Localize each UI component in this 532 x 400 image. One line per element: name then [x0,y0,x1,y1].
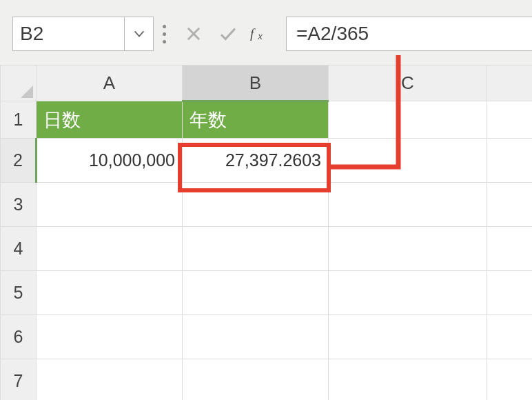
cell-A4[interactable] [37,227,183,271]
col-header-pad [487,66,533,101]
cell-B5[interactable] [183,271,329,315]
name-box-dropdown[interactable] [124,17,153,50]
cell-B7[interactable] [183,359,329,401]
cell-B4[interactable] [183,227,329,271]
row-header-4[interactable]: 4 [1,227,37,271]
col-header-a[interactable]: A [37,66,183,101]
row-7: 7 [1,359,533,401]
row-header-7[interactable]: 7 [1,359,37,401]
svg-text:f: f [250,26,256,41]
cell-C4[interactable] [329,227,487,271]
separator-dots [154,17,174,51]
row-header-2[interactable]: 2 [1,139,37,183]
cell-pad-6 [487,315,533,359]
row-header-5[interactable]: 5 [1,271,37,315]
check-icon [218,23,238,44]
cell-A7[interactable] [37,359,183,401]
cell-C2[interactable] [329,139,487,183]
grid[interactable]: A B C 1 日数 年数 2 10,000,000 27,397.2603 3 [0,65,532,400]
cell-pad-5 [487,271,533,315]
cell-B1[interactable]: 年数 [183,101,329,139]
cell-B3[interactable] [183,183,329,227]
row-header-6[interactable]: 6 [1,315,37,359]
cancel-button[interactable] [181,21,206,46]
select-all-corner[interactable] [1,66,37,101]
spreadsheet: A B C 1 日数 年数 2 10,000,000 27,397.2603 3 [0,65,532,400]
row-header-3[interactable]: 3 [1,183,37,227]
fx-icon: f x [250,23,275,44]
cell-A1[interactable]: 日数 [37,101,183,139]
cell-C5[interactable] [329,271,487,315]
cell-A5[interactable] [37,271,183,315]
row-5: 5 [1,271,533,315]
cell-pad-3 [487,183,533,227]
row-3: 3 [1,183,533,227]
cell-B6[interactable] [183,315,329,359]
cell-A2[interactable]: 10,000,000 [37,139,183,183]
formula-bar-buttons: f x [174,17,282,51]
col-header-c[interactable]: C [329,66,487,101]
row-2: 2 10,000,000 27,397.2603 [1,139,533,183]
name-box-input[interactable]: B2 [13,23,124,45]
formula-bar: B2 f x =A2/365 [0,0,532,65]
row-header-1[interactable]: 1 [1,101,37,139]
row-1: 1 日数 年数 [1,101,533,139]
column-headers-row: A B C [1,66,533,101]
cell-pad-7 [487,359,533,401]
insert-function-button[interactable]: f x [250,21,275,46]
cell-pad-4 [487,227,533,271]
cell-pad-1 [487,101,533,139]
cell-A6[interactable] [37,315,183,359]
cell-C7[interactable] [329,359,487,401]
cell-C3[interactable] [329,183,487,227]
cell-C1[interactable] [329,101,487,139]
chevron-down-icon [132,26,147,41]
cell-C6[interactable] [329,315,487,359]
enter-button[interactable] [216,21,241,46]
cell-B2[interactable]: 27,397.2603 [183,139,329,183]
svg-text:x: x [257,30,263,41]
cell-A3[interactable] [37,183,183,227]
col-header-b[interactable]: B [183,66,329,101]
select-all-triangle-icon [21,86,33,98]
row-6: 6 [1,315,533,359]
formula-text: =A2/365 [296,23,369,45]
name-box[interactable]: B2 [12,17,154,51]
formula-input[interactable]: =A2/365 [286,17,532,51]
row-4: 4 [1,227,533,271]
x-icon [184,24,203,43]
cell-pad-2 [487,139,533,183]
